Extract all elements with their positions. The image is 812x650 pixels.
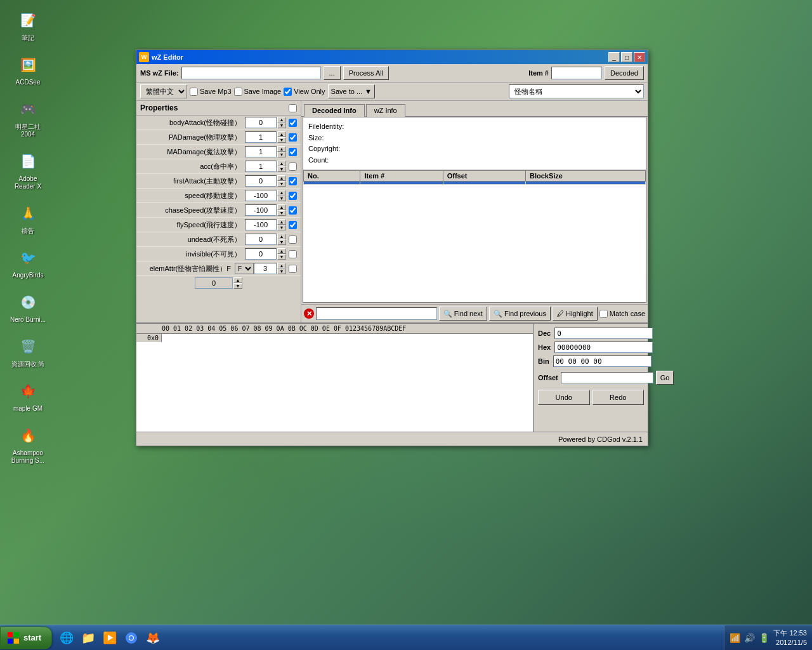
undead-input[interactable] [245, 234, 277, 245]
chasespeed-up[interactable]: ▲ [277, 204, 286, 210]
padamage-down[interactable]: ▼ [277, 137, 286, 143]
ms-wz-input[interactable] [181, 67, 321, 79]
flyspeed-input[interactable] [245, 219, 277, 230]
desktop-icon-nero[interactable]: 💿 Nero Burni... [5, 287, 51, 326]
undead-checkbox[interactable] [289, 235, 297, 244]
tab-wz-info[interactable]: wZ Info [366, 104, 405, 117]
desktop-icon-adobe[interactable]: 📄 Adobe Reader X [5, 146, 51, 193]
desktop-icon-pray[interactable]: 🙏 禱告 [5, 198, 51, 237]
firstattack-input[interactable] [245, 175, 277, 187]
process-all-button[interactable]: Process All [343, 66, 389, 80]
desktop-icon-acdsee[interactable]: 🖼️ ACDSee [5, 50, 51, 89]
flyspeed-up[interactable]: ▲ [277, 219, 286, 225]
find-previous-button[interactable]: 🔍 Find previous [489, 307, 551, 321]
invisible-checkbox[interactable] [289, 250, 297, 258]
speed-input[interactable] [245, 190, 277, 201]
invisible-up[interactable]: ▲ [277, 248, 286, 254]
desktop-icon-ms2004[interactable]: 🎮 明星二社 2004 [5, 94, 51, 141]
madamage-input[interactable] [245, 146, 277, 157]
language-select[interactable]: 繁體中文 [140, 84, 187, 98]
browse-button[interactable]: ... [324, 66, 341, 80]
chasespeed-checkbox[interactable] [289, 206, 297, 215]
offset-input[interactable] [561, 372, 653, 383]
elemattr-dropdown[interactable]: F [235, 263, 254, 274]
col-offset: Offset [443, 171, 525, 182]
undo-button[interactable]: Undo [538, 390, 590, 405]
speed-up[interactable]: ▲ [277, 190, 286, 196]
start-button[interactable]: start [0, 627, 52, 649]
monster-dropdown[interactable]: 怪物名稱 [509, 84, 644, 98]
redo-button[interactable]: Redo [593, 390, 645, 405]
size-label: Size: [308, 134, 324, 142]
taskbar-chrome-icon[interactable] [122, 628, 141, 647]
elemattr-down[interactable]: ▼ [277, 269, 286, 274]
desktop-icon-angrybirds[interactable]: 🐦 AngryBirds [5, 242, 51, 282]
desktop-icon-maplegm[interactable]: 🍁 maple GM [5, 376, 51, 415]
hex-value[interactable] [554, 342, 653, 353]
taskbar-ie-icon[interactable]: 🌐 [57, 628, 76, 647]
bodyattack-down[interactable]: ▼ [277, 123, 286, 128]
tab-bar: Decoded Info wZ Info [301, 101, 648, 117]
save-mp3-checkbox[interactable] [190, 88, 198, 96]
match-case-checkbox[interactable] [599, 310, 608, 318]
dec-value[interactable] [554, 328, 653, 339]
padamage-checkbox[interactable] [289, 133, 297, 142]
taskbar-wmp-icon[interactable]: ▶️ [100, 628, 119, 647]
chasespeed-input[interactable] [245, 204, 277, 216]
undead-down[interactable]: ▼ [277, 239, 286, 245]
bodyattack-checkbox[interactable] [289, 119, 297, 127]
taskbar-foxy-icon[interactable]: 🦊 [143, 628, 162, 647]
tray-network-icon[interactable]: 📶 [730, 633, 740, 643]
invisible-input[interactable] [245, 248, 277, 260]
desktop-icon-recycle[interactable]: 🗑️ 資源回收 筒 [5, 331, 51, 371]
bottom-prop-input[interactable] [195, 277, 233, 289]
flyspeed-checkbox[interactable] [289, 221, 297, 229]
save-to-button[interactable]: Save to ... ▼ [328, 84, 375, 98]
madamage-checkbox[interactable] [289, 148, 297, 156]
invisible-down[interactable]: ▼ [277, 254, 286, 260]
padamage-input[interactable] [245, 131, 277, 143]
save-image-checkbox[interactable] [234, 88, 242, 96]
elemattr-up[interactable]: ▲ [277, 263, 286, 269]
chasespeed-down[interactable]: ▼ [277, 210, 286, 216]
highlight-button[interactable]: 🖊 Highlight [553, 307, 598, 321]
acc-down[interactable]: ▼ [277, 166, 286, 172]
bin-value[interactable] [553, 355, 652, 367]
search-input[interactable] [316, 307, 437, 320]
firstattack-checkbox[interactable] [289, 177, 297, 185]
firstattack-up[interactable]: ▲ [277, 175, 286, 181]
madamage-down[interactable]: ▼ [277, 152, 286, 157]
elemattr-checkbox[interactable] [289, 265, 297, 273]
properties-checkbox[interactable] [289, 104, 297, 112]
tab-decoded-info[interactable]: Decoded Info [304, 104, 365, 117]
speed-down[interactable]: ▼ [277, 196, 286, 201]
view-only-checkbox[interactable] [284, 88, 292, 96]
bottom-up[interactable]: ▲ [233, 277, 242, 283]
find-next-button[interactable]: 🔍 Find next [439, 307, 487, 321]
acc-input[interactable] [245, 161, 277, 172]
desktop-icon-ashampoo[interactable]: 🔥 Ashampoo Burning S... [5, 420, 51, 467]
close-button[interactable]: ✕ [634, 52, 645, 62]
bodyattack-up[interactable]: ▲ [277, 117, 286, 123]
table-row-selected[interactable] [304, 182, 646, 185]
elemattr-input[interactable] [254, 263, 277, 274]
desktop-icon-notepad[interactable]: 📝 筆記 [5, 5, 51, 44]
go-button[interactable]: Go [656, 371, 674, 385]
taskbar-explorer-icon[interactable]: 📁 [79, 628, 98, 647]
speed-checkbox[interactable] [289, 192, 297, 200]
flyspeed-down[interactable]: ▼ [277, 225, 286, 230]
acc-checkbox[interactable] [289, 162, 297, 171]
acc-up[interactable]: ▲ [277, 161, 286, 166]
undead-up[interactable]: ▲ [277, 234, 286, 239]
item-num-input[interactable] [551, 67, 602, 79]
tray-sound-icon[interactable]: 🔊 [744, 633, 755, 643]
bottom-down[interactable]: ▼ [233, 283, 242, 289]
minimize-button[interactable]: _ [608, 52, 620, 62]
maximize-button[interactable]: □ [621, 52, 632, 62]
bodyattack-input[interactable] [245, 117, 277, 128]
padamage-up[interactable]: ▲ [277, 131, 286, 137]
firstattack-down[interactable]: ▼ [277, 181, 286, 187]
decoded-button[interactable]: Decoded [605, 66, 644, 80]
tray-battery-icon[interactable]: 🔋 [759, 633, 769, 643]
madamage-up[interactable]: ▲ [277, 146, 286, 152]
